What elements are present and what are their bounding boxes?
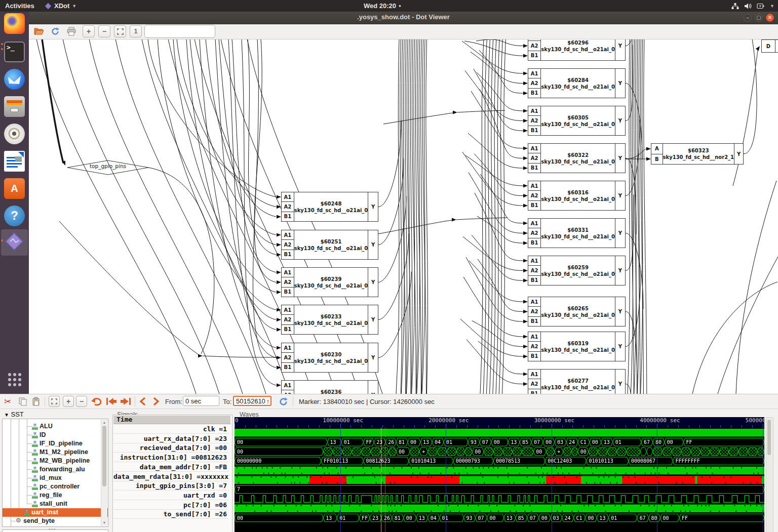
from-input[interactable] [183,396,219,406]
graph-node-60316[interactable]: A1A2B1$60316sky130_fd_sc_hd__o21ai_0Y [528,181,626,211]
zoom-out-button[interactable]: − [98,25,110,37]
graph-node-top-gpio-pins[interactable]: top_gpio_pins [77,163,138,169]
node-id: $60296 [567,39,589,46]
zoom-100-button[interactable]: 1 [130,25,142,37]
waves-canvas[interactable] [235,417,764,532]
system-status-area[interactable]: ▼ [731,0,774,12]
tree-item-stall_unit[interactable]: stall_unit [3,500,108,508]
open-file-button[interactable] [33,25,45,37]
signal-row-clk[interactable]: clk =1 [113,425,229,434]
to-input[interactable] [233,396,271,406]
search-input[interactable] [148,27,228,35]
time-header[interactable]: Time [113,416,230,424]
paste-button[interactable] [31,396,41,407]
help-icon[interactable]: ? [4,206,25,226]
tree-item-m1_m2_pipeline[interactable]: M1_M2_pipeline [3,448,108,457]
signal-row-data_mem_rdata-31-0-[interactable]: data_mem_rdata[31:0] =xxxxxxxx [113,472,229,481]
graph-node-60322[interactable]: A1A2B1$60322sky130_fd_sc_hd__o21ai_0Y [528,143,626,173]
port-b1: B1 [528,163,540,173]
go-to-start-button[interactable] [105,396,118,407]
tree-item-uart_inst[interactable]: uart_inst [3,508,108,517]
scrollbar-thumb[interactable] [102,426,106,486]
signal-row-uart_rxd[interactable]: uart_rxd =0 [113,491,229,500]
port-y: Y [615,39,625,60]
graph-node-60319[interactable]: A1A2B1$60319sky130_fd_sc_hd__o21ai_0Y [528,332,626,361]
libreoffice-writer-icon[interactable] [4,151,25,172]
reload-button[interactable] [49,25,61,37]
sst-tree[interactable]: ALU ID IF_ID_pipeline M1_M2_pipeline M2_… [2,419,108,527]
search-box[interactable] [144,25,215,38]
graph-node-60239[interactable]: A1A2B1$60239sky130_fd_sc_hd__o21ai_0Y [281,267,378,297]
app-menu[interactable]: XDot ▼ [45,0,76,12]
scroll-down-icon[interactable]: ▼ [102,521,106,525]
graph-node-60284[interactable]: A1A2B1$60284sky130_fd_sc_hd__o21ai_0Y [528,68,626,98]
tree-scrollbar[interactable]: ▲ ▼ [101,420,107,526]
tree-item-id[interactable]: ID [3,431,108,439]
scroll-up-icon[interactable]: ▲ [102,421,106,425]
next-edge-button[interactable] [152,396,160,407]
tree-item-reg_file[interactable]: reg_file [3,491,108,500]
xdot-dock-icon[interactable] [4,231,25,252]
copy-button[interactable] [18,396,27,407]
wave-zoom-in-button[interactable]: + [63,396,74,407]
graph-node-60259[interactable]: A1A2B1$60259sky130_fd_sc_hd__o21ai_0Y [528,256,626,285]
graph-node-60230[interactable]: A1A2B1$60230sky130_fd_sc_hd__o21ai_0Y [281,343,378,373]
ubuntu-software-icon[interactable]: A [4,178,25,199]
firefox-icon[interactable] [4,13,25,34]
rhythmbox-icon[interactable] [4,124,25,144]
zoom-fit-icon [117,28,124,35]
graph-node-60277[interactable]: A1A2B1$60277sky130_fd_sc_hd__o21ai_0Y [528,369,626,394]
terminal-icon[interactable]: >_ [4,42,25,62]
tree-item-forwarding_alu[interactable]: forwarding_alu [3,465,108,474]
tree-item-id_mux[interactable]: id_mux [3,474,108,482]
signal-row-recieved_data-7-0-[interactable]: recieved_data[7:0] =00 [113,443,229,453]
graph-node-60265[interactable]: A1A2B1$60265sky130_fd_sc_hd__o21ai_0Y [528,297,626,326]
scrollbar-thumb[interactable] [767,420,771,455]
file-cabinet-icon[interactable] [4,96,25,117]
graph-node-dff[interactable]: D [761,39,778,53]
zoom-in-button[interactable]: + [83,25,95,37]
graph-node-60323[interactable]: AB$60323sky130_fd_sc_hd__nor2_1Y [651,143,744,165]
window-title: .yosys_show.dot - Dot Viewer [29,13,778,21]
xdot-titlebar[interactable]: .yosys_show.dot - Dot Viewer – ▢ ✕ [29,12,778,24]
tree-item-alu[interactable]: ALU [3,422,108,431]
tree-filter-entry[interactable] [2,529,108,532]
tree-item-if_id_pipeline[interactable]: IF_ID_pipeline [3,439,108,448]
graph-node-60233[interactable]: A1A2B1$60233sky130_fd_sc_hd__o21ai_0Y [281,305,378,335]
graph-node-60296[interactable]: A1A2B1$60296sky130_fd_sc_hd__o21ai_0Y [528,39,626,61]
go-to-end-button[interactable] [120,396,132,407]
graph-node-60236[interactable]: A1A2B1$60236sky130_fd_sc_hd__o21ai_0Y [281,380,378,394]
undo-zoom-button[interactable] [90,396,102,407]
tree-item-m2_wb_pipeline[interactable]: M2_WB_pipeline [3,457,108,465]
close-button[interactable]: ✕ [766,14,774,22]
graph-node-60251[interactable]: A1A2B1$60251sky130_fd_sc_hd__o21ai_0Y [281,230,378,260]
signal-row-instruction-31-0-[interactable]: instruction[31:0] =00812623 [113,453,229,462]
tree-item-pc_controller[interactable]: pc_controller [3,482,108,491]
graph-node-60305[interactable]: A1A2B1$60305sky130_fd_sc_hd__o21ai_0Y [528,106,626,136]
signal-row-input_gpio_pins-3-0-[interactable]: input_gpio_pins[3:0] =7 [113,481,229,490]
signal-row-uart_rx_data-7-0-[interactable]: uart_rx_data[7:0] =23 [113,434,229,443]
refresh-icon [279,397,288,406]
graph-node-60248[interactable]: A1A2B1$60248sky130_fd_sc_hd__o21ai_0Y [281,192,378,222]
signal-row-data_mem_addr-7-0-[interactable]: data_mem_addr[7:0] =FB [113,463,229,472]
print-button[interactable] [65,25,77,37]
signal-row-pc-7-0-[interactable]: pc[7:0] =06 [113,501,229,510]
graph-canvas[interactable]: top_gpio_pins A1A2B1$60248sky130_fd_sc_h… [29,39,778,394]
wave-zoom-fit-button[interactable] [49,396,60,407]
wave-reload-button[interactable] [279,396,288,407]
thunderbird-icon[interactable] [4,69,25,90]
tree-item-send_byte[interactable]: ⚙send_byte [3,517,108,525]
activities-button[interactable]: Activities [5,0,34,12]
graph-node-60331[interactable]: A1A2B1$60331sky130_fd_sc_hd__o21ai_0Y [528,218,626,248]
wave-zoom-out-button[interactable]: − [76,396,87,407]
maximize-button[interactable]: ▢ [755,14,763,22]
show-applications-icon[interactable] [7,372,22,387]
minimize-button[interactable]: – [744,14,752,22]
zoom-fit-button[interactable] [114,25,126,37]
waves-scrollbar[interactable] [766,417,773,532]
signal-row-to_send-7-0-[interactable]: to_send[7:0] =26 [113,510,229,519]
cut-button[interactable]: ✂ [4,396,11,407]
clock[interactable]: Wed 20:20 ● [364,0,401,12]
sst-header[interactable]: ▼ SST [4,411,24,418]
prev-edge-button[interactable] [139,396,147,407]
